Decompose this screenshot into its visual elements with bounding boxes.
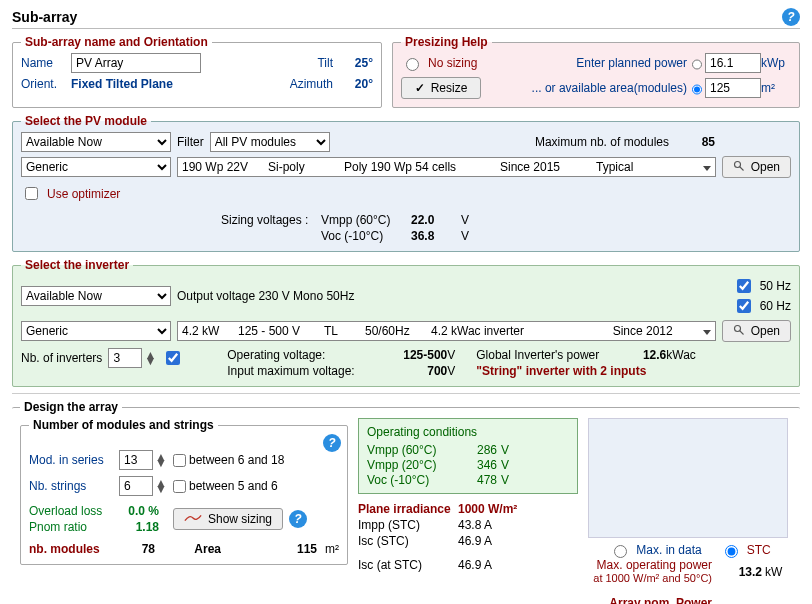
- nb-modules-label: nb. modules: [29, 542, 109, 556]
- overload-label: Overload loss: [29, 504, 109, 518]
- voc-label: Voc (-10°C): [321, 229, 411, 243]
- max-op-power-value: 13.2: [712, 565, 762, 579]
- nb-modules-value: 78: [115, 542, 155, 556]
- name-label: Name: [21, 56, 65, 70]
- help-icon[interactable]: ?: [323, 434, 341, 452]
- mod-series-auto-checkbox[interactable]: [173, 454, 186, 467]
- pv-open-button[interactable]: Open: [722, 156, 791, 178]
- isc-at-label: Isc (at STC): [358, 558, 458, 572]
- isc-label: Isc (STC): [358, 534, 458, 548]
- inverter-model-select[interactable]: 4.2 kW 125 - 500 V TL 50/60Hz 4.2 kWac i…: [177, 321, 716, 341]
- presizing-legend: Presizing Help: [401, 35, 492, 49]
- area-unit: m²: [761, 81, 791, 95]
- stc-radio[interactable]: STC: [720, 542, 771, 558]
- nb-strings-label: Nb. strings: [29, 479, 119, 493]
- tilt-label: Tilt: [283, 56, 333, 70]
- svg-line-3: [739, 330, 743, 334]
- tilt-value: 25°: [339, 56, 373, 70]
- curve-icon: [184, 512, 202, 526]
- resize-button[interactable]: ✓Resize: [401, 77, 481, 99]
- magnifier-icon: [733, 324, 745, 339]
- max-op-power-cond: at 1000 W/m² and 50°C): [588, 572, 712, 585]
- max-voltage-label: Input maximum voltage:: [227, 364, 377, 378]
- hz60-checkbox[interactable]: 60 Hz: [733, 296, 791, 316]
- nb-inverters-checkbox[interactable]: [166, 351, 180, 365]
- azimuth-value: 20°: [339, 77, 373, 91]
- max-voltage-value: 700: [377, 364, 447, 378]
- show-sizing-button[interactable]: Show sizing: [173, 508, 283, 530]
- orientation-legend: Sub-array name and Orientation: [21, 35, 212, 49]
- planned-power-input[interactable]: [705, 53, 761, 73]
- nb-strings-range: between 5 and 6: [189, 479, 339, 493]
- nb-strings-spinner[interactable]: ▲▼: [119, 476, 169, 496]
- pv-filter-select[interactable]: All PV modules: [210, 132, 330, 152]
- operating-conditions-box: Operating conditions Vmpp (60°C)286V Vmp…: [358, 418, 578, 494]
- orient-value: Fixed Tilted Plane: [71, 77, 173, 91]
- global-power-unit: kWac: [666, 348, 706, 362]
- inv-availability-select[interactable]: Available Now: [21, 286, 171, 306]
- planned-power-unit: kWp: [761, 56, 791, 70]
- sizing-voltages-label: Sizing voltages :: [221, 213, 321, 227]
- subarray-name-input[interactable]: [71, 53, 201, 73]
- chevron-down-icon: [699, 324, 711, 338]
- inv-output-label: Output voltage 230 V Mono 50Hz: [177, 289, 354, 303]
- svg-line-1: [739, 166, 743, 170]
- help-icon[interactable]: ?: [782, 8, 800, 26]
- global-power-label: Global Inverter's power: [476, 348, 626, 362]
- isc-at-value: 46.9 A: [458, 558, 578, 572]
- no-sizing-radio[interactable]: No sizing: [401, 55, 501, 71]
- area-unit: m²: [325, 542, 339, 556]
- magnifier-icon: [733, 160, 745, 175]
- planned-power-radio[interactable]: [692, 58, 702, 71]
- nb-inverters-label: Nb. of inverters: [21, 351, 102, 365]
- impp-label: Impp (STC): [358, 518, 458, 532]
- vmpp-value: 22.0: [411, 213, 461, 227]
- nb-strings-auto-checkbox[interactable]: [173, 480, 186, 493]
- inv-open-button[interactable]: Open: [722, 320, 791, 342]
- help-icon[interactable]: ?: [289, 510, 307, 528]
- string-inverter-note: "String" inverter with 2 inputs: [476, 364, 706, 378]
- pnom-value: 1.18: [109, 520, 159, 534]
- area-value: 115: [227, 542, 317, 556]
- pnom-label: Pnom ratio: [29, 520, 109, 534]
- orient-label: Orient.: [21, 77, 65, 91]
- max-op-power-unit: kW: [762, 565, 792, 579]
- plane-irradiance-label: Plane irradiance: [358, 502, 458, 516]
- voc-value: 36.8: [411, 229, 461, 243]
- global-power-value: 12.6: [626, 348, 666, 362]
- preview-panel: [588, 418, 788, 538]
- nb-inverters-spinner[interactable]: ▲▼: [108, 348, 156, 368]
- chevron-down-icon: [699, 160, 711, 174]
- pv-max-modules-value: 85: [675, 135, 715, 149]
- pv-legend: Select the PV module: [21, 114, 151, 128]
- impp-value: 43.8 A: [458, 518, 578, 532]
- plane-irradiance-value: 1000 W/m²: [458, 502, 578, 516]
- area-label: ... or available area(modules): [501, 81, 687, 95]
- vmpp-unit: V: [461, 213, 481, 227]
- array-nom-power-label: Array nom. Power (STC): [588, 596, 712, 604]
- max-in-data-radio[interactable]: Max. in data: [609, 542, 701, 558]
- pv-manufacturer-select[interactable]: Generic: [21, 157, 171, 177]
- svg-point-0: [734, 161, 740, 167]
- vmpp-label: Vmpp (60°C): [321, 213, 411, 227]
- isc-value: 46.9 A: [458, 534, 578, 548]
- mod-series-spinner[interactable]: ▲▼: [119, 450, 169, 470]
- page-title: Sub-array: [12, 9, 782, 25]
- op-cond-title: Operating conditions: [367, 425, 569, 439]
- mod-series-label: Mod. in series: [29, 453, 119, 467]
- pv-module-select[interactable]: 190 Wp 22V Si-poly Poly 190 Wp 54 cells …: [177, 157, 716, 177]
- area-label: Area: [161, 542, 221, 556]
- pv-filter-label: Filter: [177, 135, 204, 149]
- inverter-legend: Select the inverter: [21, 258, 133, 272]
- hz50-checkbox[interactable]: 50 Hz: [733, 276, 791, 296]
- op-voltage-label: Operating voltage:: [227, 348, 377, 362]
- azimuth-label: Azimuth: [283, 77, 333, 91]
- max-op-power-label: Max. operating power: [588, 558, 712, 572]
- area-input[interactable]: [705, 78, 761, 98]
- use-optimizer-checkbox[interactable]: Use optimizer: [21, 184, 791, 203]
- area-radio[interactable]: [692, 83, 702, 96]
- op-voltage-value: 125-500: [377, 348, 447, 362]
- pv-availability-select[interactable]: Available Now: [21, 132, 171, 152]
- inv-manufacturer-select[interactable]: Generic: [21, 321, 171, 341]
- svg-point-2: [734, 325, 740, 331]
